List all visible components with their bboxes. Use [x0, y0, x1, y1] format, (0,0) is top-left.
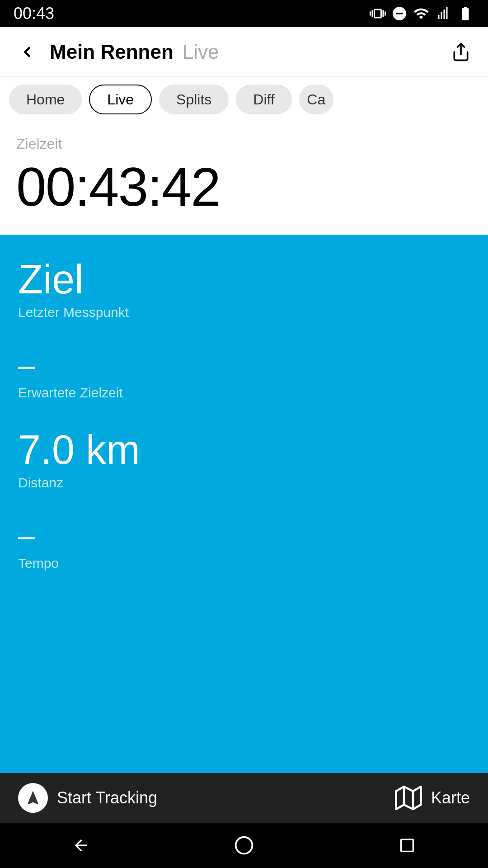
erwartete-value: –: [18, 347, 470, 382]
tempo-value: –: [18, 518, 470, 553]
race-subtitle: Live: [183, 41, 219, 63]
battery-icon: [456, 5, 474, 22]
navigation-icon: [24, 789, 42, 807]
distanz-value: 7.0 km: [18, 428, 470, 472]
tracking-icon-bg: [18, 783, 48, 813]
tab-splits[interactable]: Splits: [159, 85, 229, 114]
erwartete-block: – Erwartete Zielzeit: [18, 347, 470, 401]
status-bar: 00:43: [0, 0, 488, 27]
distanz-block: 7.0 km Distanz: [18, 428, 470, 491]
bottom-bar: Start Tracking Karte: [0, 773, 488, 823]
android-nav-bar: [0, 823, 488, 868]
android-recent-button[interactable]: [398, 836, 416, 854]
zielzeit-section: Zielzeit 00:43:42: [0, 122, 488, 235]
tab-diff[interactable]: Diff: [236, 85, 291, 114]
start-tracking-label: Start Tracking: [57, 788, 157, 807]
zielzeit-time: 00:43:42: [16, 157, 472, 217]
tab-live[interactable]: Live: [89, 85, 152, 114]
checkpoint-block: Ziel Letzter Messpunkt: [18, 257, 470, 320]
karte-label: Karte: [431, 788, 470, 807]
svg-rect-5: [401, 840, 413, 852]
zielzeit-label: Zielzeit: [16, 136, 472, 152]
top-bar: Mein Rennen Live: [0, 27, 488, 77]
checkpoint-value: Ziel: [18, 257, 470, 302]
map-icon: [395, 784, 422, 811]
vibrate-icon: [370, 5, 386, 22]
svg-marker-1: [396, 787, 421, 809]
share-button[interactable]: [447, 38, 474, 66]
blue-section: Ziel Letzter Messpunkt – Erwartete Zielz…: [0, 235, 488, 773]
android-back-button[interactable]: [72, 836, 90, 854]
distanz-label: Distanz: [18, 475, 470, 491]
race-title: Mein Rennen: [50, 41, 174, 63]
start-tracking-button[interactable]: Start Tracking: [18, 783, 157, 813]
karte-button[interactable]: Karte: [395, 784, 470, 811]
dnd-icon: [391, 5, 408, 22]
tab-ca[interactable]: Ca: [299, 85, 333, 114]
checkpoint-label: Letzter Messpunkt: [18, 305, 470, 320]
signal-icon: [435, 5, 451, 22]
svg-point-4: [236, 837, 253, 854]
erwartete-label: Erwartete Zielzeit: [18, 385, 470, 401]
status-time: 00:43: [14, 4, 54, 23]
status-icons: [370, 5, 474, 22]
wifi-icon: [413, 5, 429, 22]
nav-tabs: Home Live Splits Diff Ca: [0, 77, 488, 122]
tab-home[interactable]: Home: [9, 85, 82, 114]
android-home-button[interactable]: [234, 835, 254, 855]
tempo-block: – Tempo: [18, 518, 470, 571]
back-button[interactable]: [14, 38, 41, 66]
top-title: Mein Rennen Live: [50, 41, 447, 63]
tempo-label: Tempo: [18, 556, 470, 571]
